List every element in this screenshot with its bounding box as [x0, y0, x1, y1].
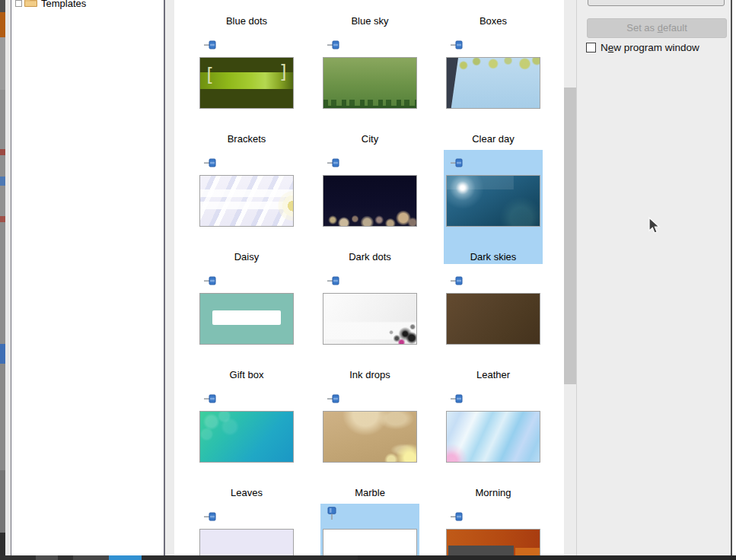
pin-icon[interactable] — [203, 394, 216, 403]
template-cell[interactable]: Gift box — [197, 268, 296, 382]
template-label: Brackets — [197, 132, 296, 146]
template-cell[interactable]: Dark dots — [320, 150, 419, 264]
template-thumbnail[interactable] — [199, 529, 294, 555]
pin-icon[interactable] — [203, 158, 216, 167]
template-label: Gift box — [197, 368, 296, 382]
template-label: Leaves — [197, 485, 296, 500]
folder-icon — [24, 0, 37, 10]
set-as-default-button[interactable]: Set as default — [587, 18, 727, 38]
template-thumbnail[interactable] — [446, 529, 540, 555]
template-label: Ink drops — [320, 368, 419, 382]
template-cell[interactable]: City — [320, 32, 419, 146]
template-cell[interactable]: Blue sky — [320, 0, 419, 28]
template-label: Leather — [444, 368, 543, 382]
scrollbar-thumb[interactable] — [564, 88, 576, 384]
template-label: Daisy — [197, 250, 296, 264]
template-label: Morning — [444, 485, 543, 500]
tree-expander-icon[interactable] — [15, 0, 22, 7]
template-thumbnail[interactable] — [323, 411, 417, 463]
new-program-window-checkbox[interactable] — [586, 43, 596, 52]
pin-icon[interactable] — [450, 158, 463, 167]
template-cell[interactable] — [320, 504, 419, 555]
template-thumbnail[interactable] — [323, 293, 417, 345]
vertical-scrollbar[interactable] — [564, 0, 577, 555]
template-thumbnail[interactable] — [446, 293, 540, 345]
template-label: Blue sky — [320, 14, 419, 28]
pin-icon[interactable] — [327, 158, 339, 167]
template-cell[interactable]: Morning — [444, 386, 543, 500]
template-thumbnail[interactable] — [199, 175, 294, 227]
checkbox-label: New program window — [601, 42, 699, 53]
template-label: Marble — [320, 485, 419, 500]
pin-icon[interactable] — [203, 512, 216, 521]
template-cell[interactable]: Ink drops — [320, 268, 419, 382]
pin-icon-pinned[interactable] — [327, 507, 336, 520]
template-thumbnail[interactable] — [199, 411, 294, 463]
pin-icon[interactable] — [203, 276, 216, 285]
background-taskbar-sliver — [0, 555, 736, 560]
pin-icon[interactable] — [327, 276, 339, 285]
template-cell[interactable]: Leaves — [197, 386, 296, 500]
template-cell[interactable]: Daisy — [197, 150, 296, 264]
template-thumbnail[interactable] — [323, 57, 417, 109]
template-thumbnail[interactable] — [446, 411, 540, 463]
template-thumbnail[interactable] — [199, 57, 294, 109]
template-grid[interactable]: Blue dotsBlue skyBoxesBracketsCityClear … — [174, 0, 564, 555]
template-label: Blue dots — [197, 14, 296, 28]
template-thumbnail[interactable] — [446, 175, 540, 227]
template-cell[interactable] — [197, 504, 296, 555]
button-label-mnemonic: d — [658, 22, 663, 33]
template-thumbnail[interactable] — [446, 57, 540, 109]
new-program-window-option: New program window — [586, 41, 699, 53]
template-label: Dark skies — [444, 250, 543, 264]
template-chooser-dialog: Templates Blue dotsBlue skyBoxesBrackets… — [0, 0, 736, 560]
pin-icon[interactable] — [450, 394, 463, 403]
template-label: Clear day — [444, 132, 543, 146]
pin-icon[interactable] — [203, 40, 216, 49]
template-cell[interactable]: Blue dots — [197, 0, 296, 28]
button-label-part: efault — [663, 22, 687, 33]
partial-top-control[interactable] — [588, 0, 725, 6]
mouse-cursor — [648, 217, 661, 235]
pin-icon[interactable] — [327, 394, 339, 403]
template-label: Boxes — [444, 14, 543, 28]
template-label: Dark dots — [320, 250, 419, 264]
options-panel: Set as default New program window — [577, 0, 731, 555]
template-cell[interactable]: Dark skies — [444, 150, 543, 264]
sidebar-item-templates[interactable]: Templates — [15, 0, 86, 11]
template-cell[interactable]: Clear day — [444, 32, 543, 146]
pin-icon[interactable] — [450, 512, 463, 521]
template-cell[interactable]: Leather — [444, 268, 543, 382]
template-cell[interactable]: Marble — [320, 386, 419, 500]
sidebar-item-label: Templates — [41, 0, 86, 9]
template-thumbnail[interactable] — [323, 529, 417, 555]
background-window-sliver — [0, 0, 5, 560]
template-thumbnail[interactable] — [323, 175, 417, 227]
pin-icon[interactable] — [450, 40, 463, 49]
template-thumbnail[interactable] — [199, 293, 294, 345]
pin-icon[interactable] — [450, 276, 463, 285]
folder-tree-panel: Templates — [11, 0, 165, 555]
template-label: City — [320, 132, 419, 146]
panel-divider — [165, 0, 174, 555]
pin-icon[interactable] — [327, 40, 339, 49]
template-cell[interactable]: Boxes — [444, 0, 543, 28]
template-cell[interactable] — [444, 504, 543, 555]
template-cell[interactable]: Brackets — [197, 32, 296, 146]
dialog-right-border — [731, 0, 732, 555]
button-label-part: Set as — [626, 22, 657, 33]
